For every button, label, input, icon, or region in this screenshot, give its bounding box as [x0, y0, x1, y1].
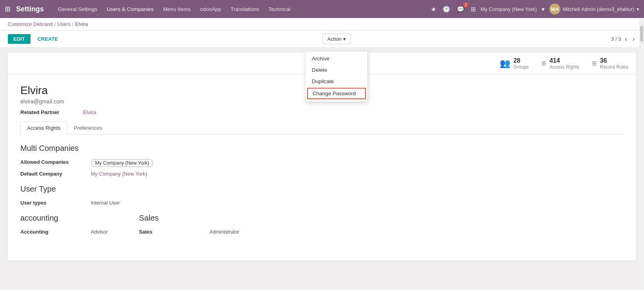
allowed-companies-label: Allowed Companies	[20, 159, 91, 165]
accounting-label: Accounting	[20, 229, 91, 235]
stat-access-rights[interactable]: ≡ 414 Access Rights	[541, 57, 579, 70]
action-chevron-icon: ▾	[343, 36, 346, 42]
user-types-row: User types Internal User	[20, 200, 624, 206]
accounting-section: accounting Accounting Advisor	[20, 214, 108, 239]
default-company-value[interactable]: My Company (New York)	[91, 171, 147, 177]
sections-row: accounting Accounting Advisor Sales Sale…	[20, 214, 624, 239]
pagination-prev[interactable]: ‹	[623, 35, 628, 44]
topbar: ⊞ Settings General Settings Users & Comp…	[0, 0, 644, 18]
stat-access-info: 414 Access Rights	[549, 57, 579, 70]
chat-badge: 2	[463, 2, 469, 7]
tabs: Access Rights Preferences	[20, 121, 624, 134]
groups-label: Groups	[513, 64, 529, 70]
pagination: 3 / 3 ‹ ›	[611, 35, 636, 44]
accounting-row: Accounting Advisor	[20, 229, 108, 235]
user-type-title: User Type	[20, 185, 624, 194]
accounting-title: accounting	[20, 214, 108, 223]
sales-label: Sales	[139, 229, 209, 235]
pagination-text: 3 / 3	[611, 36, 621, 42]
avatar: MA	[549, 4, 560, 14]
user-dropdown-icon: ▾	[637, 6, 639, 12]
company-selector[interactable]: My Company (New York)	[480, 6, 537, 12]
top-nav: General Settings Users & Companies Menu …	[53, 0, 429, 18]
edit-button[interactable]: EDIT	[8, 34, 31, 44]
breadcrumb-elvira: Elvira	[75, 21, 88, 27]
access-rights-label: Access Rights	[549, 64, 579, 70]
record-rules-count: 36	[600, 57, 628, 64]
sales-row: Sales Administrator	[139, 229, 239, 235]
breadcrumb-customize-debrand[interactable]: Customize Debrand	[8, 21, 53, 27]
groups-icon: 👥	[500, 58, 510, 69]
nav-menu-items[interactable]: Menu Items	[158, 0, 196, 18]
groups-count: 28	[513, 57, 529, 64]
sales-title: Sales	[139, 214, 239, 223]
scrollbar[interactable]	[639, 18, 644, 290]
action-duplicate[interactable]: Duplicate	[306, 76, 367, 87]
access-rights-count: 414	[549, 57, 579, 64]
clock-icon[interactable]: 🕐	[441, 4, 452, 14]
allowed-companies-row: Allowed Companies My Company (New York)	[20, 159, 624, 167]
user-menu[interactable]: MA Mitchell Admin (demo3_efaktur) ▾	[549, 4, 639, 14]
nav-technical[interactable]: Technical	[264, 0, 295, 18]
related-partner-label: Related Partner	[20, 109, 83, 115]
topbar-right: ★ 🕐 💬 2 ⊞ My Company (New York) ▾ MA Mit…	[429, 4, 639, 14]
stat-groups-info: 28 Groups	[513, 57, 529, 70]
nav-translations[interactable]: Translations	[226, 0, 264, 18]
nav-general-settings[interactable]: General Settings	[53, 0, 102, 18]
toolbar: EDIT CREATE Action ▾ Archive Delete Dupl…	[0, 31, 644, 48]
breadcrumb: Customize Debrand / Users / Elvira	[8, 21, 88, 27]
action-archive[interactable]: Archive	[306, 53, 367, 64]
create-button[interactable]: CREATE	[34, 34, 62, 44]
user-types-label: User types	[20, 200, 91, 206]
nav-users-companies[interactable]: Users & Companies	[102, 0, 158, 18]
action-delete[interactable]: Delete	[306, 64, 367, 76]
form-body: Elvira elvira@gmail.com Related Partner …	[8, 75, 636, 261]
action-label: Action	[327, 36, 342, 42]
breadcrumb-sep-2: /	[72, 21, 74, 27]
sales-section: Sales Sales Administrator	[139, 214, 239, 239]
allowed-companies-value[interactable]: My Company (New York)	[91, 159, 153, 167]
user-name: Mitchell Admin (demo3_efaktur)	[563, 6, 634, 12]
multi-companies-title: Multi Companies	[20, 144, 624, 153]
scrollbar-thumb[interactable]	[640, 26, 643, 42]
action-button[interactable]: Action ▾	[322, 34, 351, 44]
related-partner-row: Related Partner Elvira	[20, 109, 624, 115]
tab-access-rights[interactable]: Access Rights	[20, 121, 67, 134]
toolbar-center: Action ▾ Archive Delete Duplicate Change…	[65, 34, 608, 44]
stat-record-info: 36 Record Rules	[600, 57, 628, 70]
brand-title: Settings	[16, 5, 44, 13]
breadcrumb-sep-1: /	[54, 21, 56, 27]
tab-preferences[interactable]: Preferences	[67, 121, 109, 134]
stat-groups[interactable]: 👥 28 Groups	[500, 57, 529, 70]
sales-value: Administrator	[209, 229, 239, 235]
stat-record-rules[interactable]: ≡ 36 Record Rules	[592, 57, 628, 70]
breadcrumb-users[interactable]: Users	[58, 21, 71, 27]
chat-icon-wrap[interactable]: 💬 2	[455, 4, 466, 14]
record-rules-label: Record Rules	[600, 64, 628, 70]
apps-icon[interactable]: ⊞	[469, 4, 477, 14]
accounting-value: Advisor	[91, 229, 108, 235]
pagination-next[interactable]: ›	[631, 35, 636, 44]
action-dropdown-menu: Archive Delete Duplicate Change Password	[305, 51, 368, 102]
default-company-row: Default Company My Company (New York)	[20, 171, 624, 177]
grid-icon[interactable]: ⊞	[5, 5, 11, 13]
nav-odooapp[interactable]: odooApp	[195, 0, 226, 18]
star-icon[interactable]: ★	[429, 4, 438, 14]
company-dropdown-icon[interactable]: ▾	[540, 4, 546, 14]
record-rules-icon: ≡	[592, 58, 597, 69]
breadcrumb-bar: Customize Debrand / Users / Elvira	[0, 18, 644, 31]
access-rights-icon: ≡	[541, 58, 547, 69]
action-dropdown-container: Action ▾ Archive Delete Duplicate Change…	[322, 34, 351, 44]
action-change-password[interactable]: Change Password	[307, 88, 366, 99]
user-types-value: Internal User	[91, 200, 120, 206]
related-partner-value[interactable]: Elvira	[83, 109, 96, 115]
default-company-label: Default Company	[20, 171, 91, 177]
tab-content-access-rights: Multi Companies Allowed Companies My Com…	[20, 134, 624, 248]
